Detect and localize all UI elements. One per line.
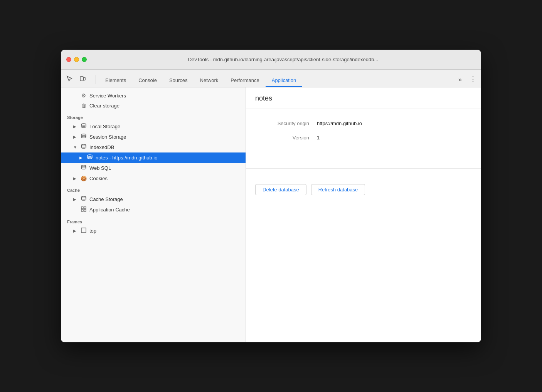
db-icon	[80, 134, 87, 140]
sidebar-item-label: notes - https://mdn.github.io	[96, 155, 157, 161]
db-icon-selected	[86, 154, 93, 161]
tab-performance[interactable]: Performance	[224, 74, 265, 87]
more-tabs-button[interactable]: »	[455, 73, 465, 87]
tab-elements[interactable]: Elements	[99, 74, 132, 87]
db-icon	[80, 123, 87, 130]
tabs: Elements Console Sources Network Perform…	[99, 74, 455, 87]
svg-point-3	[81, 134, 86, 136]
db-icon	[80, 165, 87, 171]
sidebar-item-cookies[interactable]: ▶ Cookies	[61, 173, 246, 183]
svg-rect-1	[84, 77, 85, 80]
sidebar-item-clear-storage[interactable]: Clear storage	[61, 101, 246, 111]
tab-application[interactable]: Application	[266, 74, 303, 87]
version-row: Version 1	[255, 135, 472, 141]
storage-section-header: Storage	[61, 111, 246, 121]
content-body: Security origin https://mdn.github.io Ve…	[246, 109, 481, 161]
security-origin-row: Security origin https://mdn.github.io	[255, 121, 472, 126]
arrow-icon: ▶	[73, 176, 78, 181]
svg-point-4	[81, 144, 86, 146]
sidebar-item-notes-db[interactable]: ▶ notes - https://mdn.github.io	[61, 152, 246, 163]
content-header: notes	[246, 87, 481, 109]
arrow-down-icon: ▼	[73, 145, 78, 149]
sidebar-item-indexeddb[interactable]: ▼ IndexedDB	[61, 142, 246, 152]
tab-divider	[96, 75, 96, 84]
minimize-button[interactable]	[74, 57, 79, 62]
svg-rect-0	[80, 77, 83, 81]
svg-point-6	[81, 165, 86, 167]
refresh-database-button[interactable]: Refresh database	[311, 184, 365, 195]
svg-rect-9	[84, 207, 86, 209]
version-value: 1	[317, 135, 320, 141]
sidebar-item-service-workers[interactable]: Service Workers	[61, 90, 246, 101]
title-bar: DevTools - mdn.github.io/learning-area/j…	[61, 50, 481, 70]
svg-point-5	[88, 155, 92, 156]
inspect-icon[interactable]	[64, 73, 75, 84]
sidebar-item-top-frame[interactable]: ▶ top	[61, 226, 246, 236]
sidebar: Service Workers Clear storage Storage ▶ …	[61, 87, 246, 342]
actions-area: Delete database Refresh database	[246, 176, 481, 203]
delete-database-button[interactable]: Delete database	[255, 184, 306, 195]
db-icon	[80, 144, 87, 151]
gear-icon	[80, 92, 87, 99]
sidebar-item-session-storage[interactable]: ▶ Session Storage	[61, 132, 246, 142]
sidebar-item-cache-storage[interactable]: ▶ Cache Storage	[61, 194, 246, 204]
arrow-icon: ▶	[73, 197, 78, 201]
device-mode-icon[interactable]	[77, 73, 88, 84]
grid-icon	[80, 206, 87, 213]
content-divider	[246, 168, 481, 169]
content-title: notes	[255, 94, 272, 102]
arrow-icon: ▶	[73, 229, 78, 233]
toolbar-icons	[64, 73, 88, 87]
sidebar-item-label: Clear storage	[89, 103, 120, 109]
sidebar-item-application-cache[interactable]: Application Cache	[61, 204, 246, 215]
svg-rect-8	[81, 207, 83, 209]
tab-bar: Elements Console Sources Network Perform…	[61, 70, 481, 87]
svg-rect-10	[81, 209, 83, 211]
frames-section-header: Frames	[61, 215, 246, 226]
devtools-window: DevTools - mdn.github.io/learning-area/j…	[61, 50, 481, 342]
security-origin-label: Security origin	[255, 121, 317, 126]
version-label: Version	[255, 135, 317, 141]
traffic-lights	[66, 57, 87, 62]
svg-rect-11	[84, 209, 86, 211]
sidebar-item-label: Service Workers	[89, 93, 126, 99]
security-origin-value: https://mdn.github.io	[317, 121, 362, 126]
sidebar-item-label: Cache Storage	[89, 196, 123, 202]
sidebar-item-label: IndexedDB	[89, 144, 114, 150]
db-icon	[80, 196, 87, 203]
arrow-icon: ▶	[73, 124, 78, 129]
main-area: Service Workers Clear storage Storage ▶ …	[61, 87, 481, 342]
cache-section-header: Cache	[61, 183, 246, 194]
devtools-menu-button[interactable]: ⋮	[468, 72, 478, 87]
sidebar-item-label: Local Storage	[89, 124, 120, 129]
close-button[interactable]	[66, 57, 71, 62]
sidebar-item-label: Cookies	[89, 176, 108, 181]
frame-icon	[80, 228, 87, 234]
arrow-icon: ▶	[73, 135, 78, 139]
sidebar-item-local-storage[interactable]: ▶ Local Storage	[61, 121, 246, 132]
sidebar-item-label: Session Storage	[89, 134, 126, 140]
svg-point-7	[81, 196, 86, 198]
content-area: notes Security origin https://mdn.github…	[246, 87, 481, 342]
tab-network[interactable]: Network	[194, 74, 225, 87]
window-title: DevTools - mdn.github.io/learning-area/j…	[91, 57, 476, 62]
sidebar-item-label: top	[89, 228, 96, 234]
sidebar-item-web-sql[interactable]: Web SQL	[61, 163, 246, 173]
tab-sources[interactable]: Sources	[163, 74, 194, 87]
maximize-button[interactable]	[82, 57, 87, 62]
svg-point-2	[81, 124, 86, 125]
trash-icon	[80, 102, 87, 109]
sidebar-item-label: Web SQL	[89, 165, 111, 171]
svg-rect-12	[81, 228, 86, 233]
sidebar-item-label: Application Cache	[89, 207, 130, 213]
tab-console[interactable]: Console	[132, 74, 163, 87]
cookie-icon	[80, 175, 87, 181]
arrow-right-icon: ▶	[79, 156, 84, 160]
